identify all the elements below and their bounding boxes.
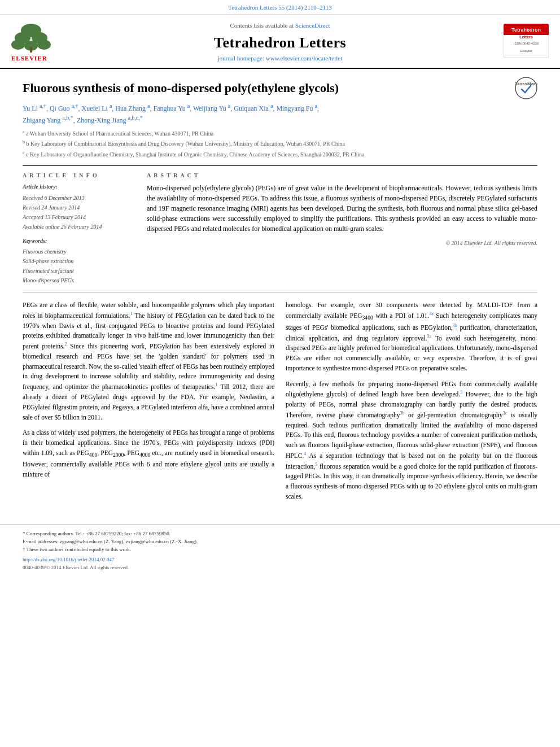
svg-text:Elsevier: Elsevier <box>520 49 532 53</box>
copyright-notice: © 2014 Elsevier Ltd. All rights reserved… <box>147 239 537 247</box>
svg-point-4 <box>11 40 25 50</box>
revised-date: Revised 24 January 2014 <box>23 203 135 212</box>
authors: Yu Li a,†, Qi Guo a,†, Xuefei Li a, Hua … <box>23 102 537 125</box>
article-info-section-label: A R T I C L E I N F O <box>23 172 135 180</box>
available-date: Available online 26 February 2014 <box>23 222 135 231</box>
article-info-col: A R T I C L E I N F O Article history: R… <box>23 172 135 285</box>
keywords-list: Fluorous chemistry Solid-phase extractio… <box>23 247 135 285</box>
tetlet-logo-icon: Tetrahedron Letters ISSN 0040-4039 Elsev… <box>504 24 549 58</box>
contents-list-text: Contents lists available at ScienceDirec… <box>68 21 492 30</box>
abstract-section-label: A B S T R A C T <box>147 172 537 180</box>
keyword-2: Solid-phase extraction <box>23 256 135 266</box>
footer: * Corresponding authors. Tel.: +86 27 68… <box>0 525 560 571</box>
authors-text: Yu Li a,†, Qi Guo a,†, Xuefei Li a, Hua … <box>23 104 319 124</box>
tetlet-logo-block: Tetrahedron Letters ISSN 0040-4039 Elsev… <box>492 24 549 60</box>
journal-citation-text: Tetrahedron Letters 55 (2014) 2110–2113 <box>228 4 332 11</box>
journal-title: Tetrahedron Letters <box>68 33 492 53</box>
affiliation-c: c c Key Laboratory of Organofluorine Che… <box>23 150 537 159</box>
info-abstract-section: A R T I C L E I N F O Article history: R… <box>23 165 537 285</box>
crossmark-icon[interactable]: CrossMark <box>515 77 537 102</box>
svg-text:CrossMark: CrossMark <box>515 81 537 86</box>
received-date: Received 6 December 2013 <box>23 193 135 203</box>
elsevier-tree-icon <box>11 22 51 53</box>
abstract-col: A B S T R A C T Mono-dispersed poly(ethy… <box>147 172 537 285</box>
article-history-label: Article history: <box>23 183 135 191</box>
equal-contribution-note: † These two authors contributed equally … <box>23 545 537 553</box>
page: Tetrahedron Letters 55 (2014) 2110–2113 … <box>0 0 560 747</box>
journal-header: ELSEVIER Contents lists available at Sci… <box>0 15 560 68</box>
abstract-text: Mono-dispersed poly(ethylene glycols) (P… <box>147 183 537 234</box>
body-col-left: PEGs are a class of flexible, water solu… <box>23 300 274 508</box>
keyword-1: Fluorous chemistry <box>23 247 135 256</box>
keyword-3: Fluorinated surfactant <box>23 266 135 276</box>
article-content: CrossMark Fluorous synthesis of mono-dis… <box>0 69 560 519</box>
keyword-4: Mono-dispersed PEGs <box>23 276 135 285</box>
elsevier-logo-block: ELSEVIER <box>11 22 68 63</box>
svg-text:Tetrahedron: Tetrahedron <box>511 27 541 33</box>
svg-text:ISSN 0040-4039: ISSN 0040-4039 <box>514 42 539 45</box>
footer-notes: * Corresponding authors. Tel.: +86 27 68… <box>23 530 537 554</box>
email-note: E-mail addresses: zgyang@whu.edu.cn (Z. … <box>23 538 537 545</box>
corresponding-note: * Corresponding authors. Tel.: +86 27 68… <box>23 530 537 538</box>
keywords-label: Keywords: <box>23 237 135 245</box>
affiliation-a: a a Wuhan University School of Pharmaceu… <box>23 129 537 138</box>
article-dates: Received 6 December 2013 Revised 24 Janu… <box>23 193 135 231</box>
body-para-4: Recently, a few methods for preparing mo… <box>286 379 537 502</box>
issn-notice: 0040-4039/© 2014 Elsevier Ltd. All right… <box>23 564 537 571</box>
body-para-1: PEGs are a class of flexible, water solu… <box>23 300 274 422</box>
article-title: Fluorous synthesis of mono-dispersed pol… <box>23 80 537 97</box>
journal-citation: Tetrahedron Letters 55 (2014) 2110–2113 <box>0 0 560 15</box>
body-col-right: homologs. For example, over 30 component… <box>286 300 537 508</box>
affiliations: a a Wuhan University School of Pharmaceu… <box>23 129 537 159</box>
svg-point-15 <box>515 77 537 99</box>
body-para-3: homologs. For example, over 30 component… <box>286 300 537 374</box>
science-direct-link[interactable]: ScienceDirect <box>295 22 330 29</box>
journal-homepage: journal homepage: www.elsevier.com/locat… <box>68 54 492 63</box>
body-section: PEGs are a class of flexible, water solu… <box>23 292 537 508</box>
doi-link[interactable]: http://dx.doi.org/10.1016/j.tetlet.2014.… <box>23 556 537 563</box>
affiliation-b: b b Key Laboratory of Combinatorial Bios… <box>23 139 537 148</box>
journal-header-center: Contents lists available at ScienceDirec… <box>68 21 492 63</box>
elsevier-label: ELSEVIER <box>11 54 47 63</box>
accepted-date: Accepted 13 February 2014 <box>23 212 135 222</box>
svg-rect-7 <box>30 47 32 53</box>
svg-text:Letters: Letters <box>519 35 532 39</box>
body-para-2: As a class of widely used polymers, the … <box>23 428 274 479</box>
svg-point-6 <box>37 40 51 50</box>
